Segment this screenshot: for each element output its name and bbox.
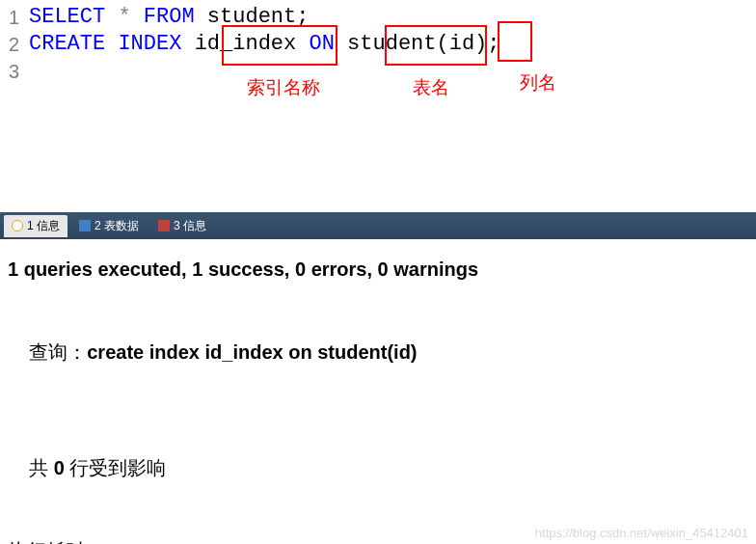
result-query-row: 查询：create index id_index on student(id) (8, 303, 748, 401)
tab-info-3[interactable]: 3 信息 (150, 215, 214, 237)
query-label: 查询： (29, 341, 87, 363)
code-line-2[interactable]: 2 CREATE INDEX id_index ON student(id); (0, 31, 756, 58)
annotation-label-table-name: 表名 (413, 75, 449, 100)
affected-count: 0 (54, 457, 65, 478)
query-text: create index id_index on student(id) (87, 341, 417, 363)
code-line-3[interactable]: 3 (0, 58, 756, 85)
annotation-label-column-name: 列名 (520, 70, 556, 95)
annotation-box-table-name (385, 25, 487, 66)
tab-label: 2 表数据 (94, 218, 139, 234)
annotation-box-index-name (222, 25, 338, 66)
line-number: 2 (0, 31, 29, 58)
line-number: 3 (0, 58, 29, 85)
annotation-label-index-name: 索引名称 (247, 75, 320, 100)
code-line-1[interactable]: 1 SELECT * FROM student; (0, 4, 756, 31)
sql-editor[interactable]: 1 SELECT * FROM student; 2 CREATE INDEX … (0, 0, 756, 212)
annotation-box-column-name (498, 21, 532, 62)
line-number: 1 (0, 4, 29, 31)
result-affected-row: 共 0 行受到影响 (8, 419, 748, 517)
tab-table-data[interactable]: 2 表数据 (71, 215, 147, 237)
results-panel: 1 queries executed, 1 success, 0 errors,… (0, 239, 756, 544)
info-icon (12, 220, 23, 231)
tab-label: 1 信息 (27, 218, 60, 234)
bar-icon (158, 220, 170, 231)
table-icon (79, 220, 91, 231)
watermark: https://blog.csdn.net/weixin_45412401 (535, 526, 748, 540)
tab-info-1[interactable]: 1 信息 (4, 215, 68, 237)
tab-label: 3 信息 (174, 218, 206, 234)
results-tab-bar: 1 信息 2 表数据 3 信息 (0, 212, 756, 239)
result-summary: 1 queries executed, 1 success, 0 errors,… (8, 253, 748, 286)
